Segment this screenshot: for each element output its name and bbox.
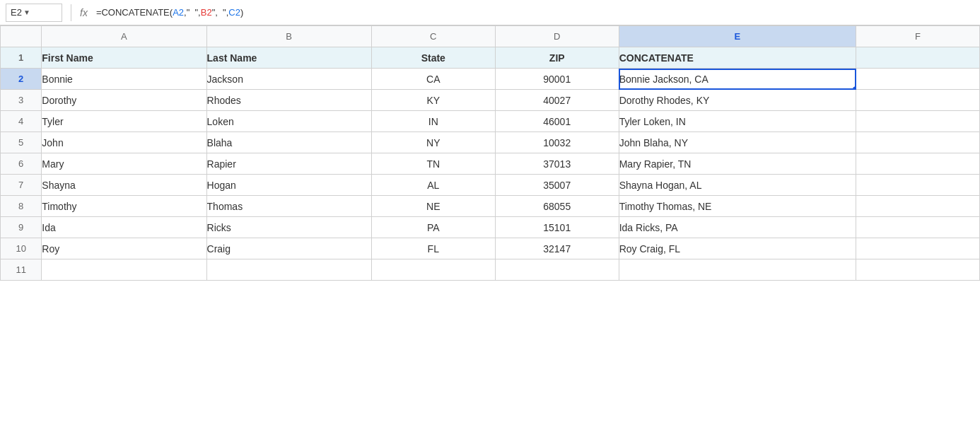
col-header-c[interactable]: C bbox=[371, 26, 495, 47]
cell-c1[interactable]: State bbox=[371, 47, 495, 69]
col-header-f[interactable]: F bbox=[856, 26, 980, 47]
cell-b4[interactable]: Loken bbox=[206, 111, 371, 132]
cell-f9[interactable] bbox=[856, 217, 980, 238]
cell-d1[interactable]: ZIP bbox=[495, 47, 619, 69]
cell-e2[interactable]: Bonnie Jackson, CA bbox=[619, 69, 856, 90]
cell-f8[interactable] bbox=[856, 196, 980, 217]
cell-e10[interactable]: Roy Craig, FL bbox=[619, 238, 856, 259]
table-row: 9IdaRicksPA15101Ida Ricks, PA bbox=[1, 217, 980, 238]
table-row: 8TimothyThomasNE68055Timothy Thomas, NE bbox=[1, 196, 980, 217]
cell-d4[interactable]: 46001 bbox=[495, 111, 619, 132]
cell-c4[interactable]: IN bbox=[371, 111, 495, 132]
cell-b8[interactable]: Thomas bbox=[206, 196, 371, 217]
cell-b7[interactable]: Hogan bbox=[206, 175, 371, 196]
cell-f10[interactable] bbox=[856, 238, 980, 259]
fx-label: fx bbox=[80, 7, 88, 18]
cell-e3[interactable]: Dorothy Rhodes, KY bbox=[619, 90, 856, 111]
cell-a11[interactable] bbox=[42, 259, 206, 281]
cell-e11[interactable] bbox=[619, 259, 856, 281]
cell-f11[interactable] bbox=[856, 259, 980, 281]
cell-e7[interactable]: Shayna Hogan, AL bbox=[619, 175, 856, 196]
cell-f2[interactable] bbox=[856, 69, 980, 90]
row-num-5: 5 bbox=[1, 132, 42, 153]
table-row: 4TylerLokenIN46001Tyler Loken, IN bbox=[1, 111, 980, 132]
cell-a8[interactable]: Timothy bbox=[42, 196, 206, 217]
cell-c7[interactable]: AL bbox=[371, 175, 495, 196]
cell-a6[interactable]: Mary bbox=[42, 153, 206, 175]
formula-suffix: ) bbox=[240, 7, 243, 18]
formula-ref-a2: A2 bbox=[173, 7, 184, 18]
cell-f1[interactable] bbox=[856, 47, 980, 69]
cell-d3[interactable]: 40027 bbox=[495, 90, 619, 111]
cell-e4[interactable]: Tyler Loken, IN bbox=[619, 111, 856, 132]
cell-f7[interactable] bbox=[856, 175, 980, 196]
cell-c8[interactable]: NE bbox=[371, 196, 495, 217]
cell-c11[interactable] bbox=[371, 259, 495, 281]
cell-e1[interactable]: CONCATENATE bbox=[619, 47, 856, 69]
table-row: 5JohnBlahaNY10032John Blaha, NY bbox=[1, 132, 980, 153]
cell-f5[interactable] bbox=[856, 132, 980, 153]
table-row: 3DorothyRhodesKY40027Dorothy Rhodes, KY bbox=[1, 90, 980, 111]
cell-e8[interactable]: Timothy Thomas, NE bbox=[619, 196, 856, 217]
row-num-7: 7 bbox=[1, 175, 42, 196]
cell-ref-text: E2 bbox=[11, 7, 22, 18]
cell-a3[interactable]: Dorothy bbox=[42, 90, 206, 111]
cell-a10[interactable]: Roy bbox=[42, 238, 206, 259]
spreadsheet-grid: A B C D E F 1 First Name Last Name State… bbox=[0, 25, 980, 281]
table-row: 10RoyCraigFL32147Roy Craig, FL bbox=[1, 238, 980, 259]
table-row: 7ShaynaHoganAL35007Shayna Hogan, AL bbox=[1, 175, 980, 196]
cell-b6[interactable]: Rapier bbox=[206, 153, 371, 175]
cell-a2[interactable]: Bonnie bbox=[42, 69, 206, 90]
cell-d10[interactable]: 32147 bbox=[495, 238, 619, 259]
formula-ref-b2: B2 bbox=[201, 7, 212, 18]
cell-c3[interactable]: KY bbox=[371, 90, 495, 111]
cell-d11[interactable] bbox=[495, 259, 619, 281]
cell-a1[interactable]: First Name bbox=[42, 47, 206, 69]
cell-c9[interactable]: PA bbox=[371, 217, 495, 238]
cell-b5[interactable]: Blaha bbox=[206, 132, 371, 153]
row-num-8: 8 bbox=[1, 196, 42, 217]
cell-b9[interactable]: Ricks bbox=[206, 217, 371, 238]
row-num-9: 9 bbox=[1, 217, 42, 238]
cell-f3[interactable] bbox=[856, 90, 980, 111]
cell-d5[interactable]: 10032 bbox=[495, 132, 619, 153]
col-header-b[interactable]: B bbox=[206, 26, 371, 47]
cell-c2[interactable]: CA bbox=[371, 69, 495, 90]
col-header-d[interactable]: D bbox=[495, 26, 619, 47]
cell-f4[interactable] bbox=[856, 111, 980, 132]
row-num-2: 2 bbox=[1, 69, 42, 90]
cell-e6[interactable]: Mary Rapier, TN bbox=[619, 153, 856, 175]
cell-b10[interactable]: Craig bbox=[206, 238, 371, 259]
header-data-row: 1 First Name Last Name State ZIP CONCATE… bbox=[1, 47, 980, 69]
cell-d6[interactable]: 37013 bbox=[495, 153, 619, 175]
cell-c5[interactable]: NY bbox=[371, 132, 495, 153]
cell-a7[interactable]: Shayna bbox=[42, 175, 206, 196]
cell-a9[interactable]: Ida bbox=[42, 217, 206, 238]
cell-reference-box[interactable]: E2 ▼ bbox=[6, 4, 62, 22]
col-header-e[interactable]: E bbox=[619, 26, 856, 47]
row-num-1: 1 bbox=[1, 47, 42, 69]
cell-f6[interactable] bbox=[856, 153, 980, 175]
cell-ref-dropdown-icon[interactable]: ▼ bbox=[23, 8, 30, 16]
cell-a5[interactable]: John bbox=[42, 132, 206, 153]
table-row: 11 bbox=[1, 259, 980, 281]
col-header-a[interactable]: A bbox=[42, 26, 206, 47]
cell-d7[interactable]: 35007 bbox=[495, 175, 619, 196]
cell-b3[interactable]: Rhodes bbox=[206, 90, 371, 111]
cell-b11[interactable] bbox=[206, 259, 371, 281]
corner-cell bbox=[1, 26, 42, 47]
cell-c6[interactable]: TN bbox=[371, 153, 495, 175]
cell-b2[interactable]: Jackson bbox=[206, 69, 371, 90]
cell-c10[interactable]: FL bbox=[371, 238, 495, 259]
cell-d2[interactable]: 90001 bbox=[495, 69, 619, 90]
cell-e5[interactable]: John Blaha, NY bbox=[619, 132, 856, 153]
formula-content[interactable]: =CONCATENATE(A2," ",B2", ",C2) bbox=[96, 7, 243, 18]
cell-e9[interactable]: Ida Ricks, PA bbox=[619, 217, 856, 238]
cell-d9[interactable]: 15101 bbox=[495, 217, 619, 238]
formula-bar-divider bbox=[71, 4, 71, 21]
column-header-row: A B C D E F bbox=[1, 26, 980, 47]
cell-d8[interactable]: 68055 bbox=[495, 196, 619, 217]
table-row: 2BonnieJacksonCA90001Bonnie Jackson, CA bbox=[1, 69, 980, 90]
cell-a4[interactable]: Tyler bbox=[42, 111, 206, 132]
cell-b1[interactable]: Last Name bbox=[206, 47, 371, 69]
